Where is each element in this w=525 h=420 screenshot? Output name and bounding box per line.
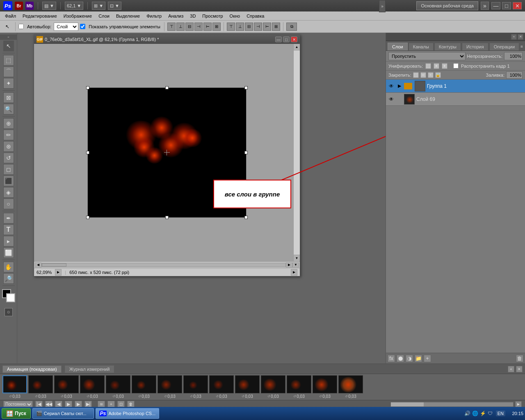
layer-group-1[interactable]: 👁 ▶ Группа 1 [386,80,525,93]
auto-align-btn[interactable]: ⧉ [286,23,297,31]
dist-vcenter-btn[interactable]: ⊥ [236,23,244,31]
layer-adjustment-btn[interactable]: ◑ [406,355,413,362]
extras-dropdown[interactable]: ⊡ ▼ [108,2,121,10]
dist-right-btn[interactable]: ⊞ [272,23,280,31]
frame-14[interactable]: ↺ 0,03 [338,375,363,399]
doc-minimize-btn[interactable]: — [275,37,282,42]
app-maximize-button[interactable]: □ [502,2,511,9]
move-tool[interactable]: ↖ [3,41,14,51]
taskbar-item-video[interactable]: 🎬 Сериал Сваты сют... [32,408,94,419]
brush-tool[interactable]: ✏ [3,130,14,140]
scroll-up-btn[interactable]: ▲ [294,44,300,50]
panel-header-expand[interactable]: ✕ [518,34,523,40]
language-indicator[interactable]: EN [496,411,505,416]
opacity-input[interactable] [504,52,523,60]
crop-tool[interactable]: ⊠ [3,92,14,103]
unify-pixel-btn[interactable]: ⬚ [425,63,431,69]
panel-header-collapse[interactable]: « [511,34,517,40]
frame-12-loop-btn[interactable]: ↺ [293,395,296,398]
scroll-left-btn[interactable]: ◀ [35,262,41,267]
toolbar-collapse-top[interactable]: « [0,34,17,40]
autoselect-dropdown[interactable]: Слой [54,23,78,31]
frame-9-loop-btn[interactable]: ↺ [216,395,219,398]
menu-3d[interactable]: 3D [187,13,199,19]
background-color[interactable] [6,293,15,302]
doc-close-btn[interactable]: ✕ [291,37,297,42]
tab-measurements[interactable]: Журнал измерений [65,365,114,373]
dist-hcenter-btn[interactable]: ⊢ [263,23,271,31]
lock-all-btn[interactable]: 🔒 [435,72,441,78]
align-hcenter-btn[interactable]: ⊢ [203,23,212,31]
layer-visibility-eye-2[interactable]: 👁 [388,96,395,103]
dodge-tool[interactable]: ○ [3,199,14,209]
fill-input[interactable] [506,71,523,79]
healing-tool[interactable]: ⊕ [3,118,14,129]
menu-file[interactable]: Файл [2,13,19,19]
text-tool[interactable]: T [3,224,14,235]
frame-7[interactable]: ↺ 0,03 [158,375,182,399]
frame-11-loop-btn[interactable]: ↺ [267,395,270,398]
menu-analysis[interactable]: Анализ [165,13,187,19]
layer-mask-btn[interactable]: ⬤ [397,355,404,362]
panel-collapse-btn[interactable]: « [508,366,514,372]
view-dropdown[interactable]: ▤ ▼ [42,2,56,10]
shape-tool[interactable]: ⬜ [3,247,14,258]
panel-menu-btn[interactable]: ≡ [520,42,523,50]
frame-13[interactable]: ↺ 0,03 [313,375,337,399]
frame-8[interactable]: ↺ 0,03 [183,375,208,399]
menu-edit[interactable]: Редактирование [19,13,60,19]
gradient-tool[interactable]: ⬛ [3,176,14,186]
frame-10[interactable]: ↺ 0,03 [235,375,260,399]
app-close-button[interactable]: ✕ [513,2,522,9]
new-group-btn[interactable]: 📁 [415,355,422,362]
marquee-tool[interactable]: ⬚ [3,55,14,66]
view-mode-dropdown[interactable]: ⊞ ▼ [92,2,105,10]
zoom-tool[interactable]: 🔎 [3,273,14,284]
frame-6[interactable]: ↺ 0,03 [132,375,156,399]
tab-paths[interactable]: Контуры [434,43,461,50]
layer-fx-btn[interactable]: fx [388,355,395,362]
frame-3[interactable]: ↺ 0,03 [54,375,79,399]
layer-expand-arrow[interactable]: ▶ [397,83,402,89]
frame-10-loop-btn[interactable]: ↺ [242,395,244,398]
blend-mode-select[interactable]: Пропустить [388,52,466,60]
scroll-right-btn[interactable]: ▶ [286,262,292,267]
frame-1[interactable]: ↺ 0,03 [2,375,27,399]
quick-select-tool[interactable]: ✦ [3,78,14,89]
frame-1-loop-btn[interactable]: ↺ [9,395,12,398]
layer-item-69[interactable]: 👁 Слой 69 [386,93,525,106]
menu-window[interactable]: Окно [226,13,244,19]
align-left-btn[interactable]: ⊣ [194,23,203,31]
menu-select[interactable]: Выделение [113,13,143,19]
scroll-thumb-h[interactable] [42,263,66,267]
unify-all-btn[interactable]: ✦ [442,63,447,69]
frame-13-loop-btn[interactable]: ↺ [319,395,322,398]
lock-paint-btn[interactable]: ✏ [420,72,426,78]
quick-mask-btn[interactable]: ⊙ [5,308,13,316]
menu-layers[interactable]: Слои [95,13,113,19]
dist-top-btn[interactable]: ⊤ [227,23,235,31]
new-layer-btn[interactable]: + [424,355,431,362]
frame-4-loop-btn[interactable]: ↺ [87,395,89,398]
unify-position-btn[interactable]: ✦ [434,63,439,69]
frame-14-loop-btn[interactable]: ↺ [345,395,348,398]
autoselect-checkbox[interactable] [18,24,24,29]
align-top-btn[interactable]: ⊤ [167,23,176,31]
menu-filter[interactable]: Фильтр [143,13,165,19]
tab-channels[interactable]: Каналы [409,43,434,50]
move-tool-btn[interactable]: ↖ [2,22,12,32]
tab-layers[interactable]: Слои [388,43,408,50]
canvas-wrapper[interactable]: ▲ ▼ [34,44,300,261]
lock-position-btn[interactable]: + [428,72,434,78]
horizontal-scrollbar[interactable]: ◀ ▶ ▼ [34,261,300,268]
eyedropper-tool[interactable]: 🔍 [3,104,14,114]
frame-11[interactable]: ↺ 0,03 [261,375,285,399]
menu-image[interactable]: Изображение [60,13,95,19]
workspace-button[interactable]: Основная рабочая среда [416,1,478,10]
frame-3-loop-btn[interactable]: ↺ [61,395,64,398]
show-controls-checkbox[interactable] [80,24,85,29]
menu-help[interactable]: Справка [243,13,267,19]
path-select-tool[interactable]: ▸ [3,236,14,247]
blur-tool[interactable]: ◈ [3,187,14,198]
panel-close-btn[interactable]: ✕ [516,366,523,372]
